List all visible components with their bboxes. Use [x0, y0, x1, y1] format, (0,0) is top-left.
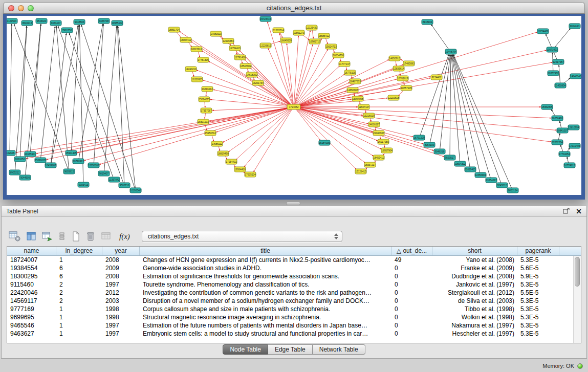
graph-node[interactable]: 9905413	[78, 182, 89, 187]
float-panel-icon[interactable]	[563, 207, 570, 216]
graph-node[interactable]: 17254402	[226, 159, 237, 164]
graph-node[interactable]: 12835614	[393, 66, 404, 71]
graph-edge[interactable]	[294, 31, 310, 105]
graph-edge[interactable]	[210, 100, 291, 107]
graph-edge[interactable]	[296, 107, 424, 144]
table-row[interactable]: 2242004622012Investigating the contribut…	[7, 289, 581, 297]
graph-node[interactable]: 17586112	[211, 141, 223, 146]
graph-node[interactable]: 17635104	[245, 172, 256, 177]
graph-node[interactable]: 9590517	[444, 155, 455, 160]
graph-node[interactable]: 18459412	[373, 155, 384, 160]
graph-node[interactable]: 7901758	[61, 28, 73, 33]
graph-edge[interactable]	[295, 58, 334, 105]
tab-network-table[interactable]: Network Table	[313, 344, 365, 355]
zoom-window-button[interactable]	[28, 5, 34, 11]
graph-node[interactable]: 14240210	[185, 67, 197, 72]
graph-node[interactable]: 12356904	[475, 172, 486, 178]
graph-edge[interactable]	[295, 49, 328, 105]
function-builder-icon[interactable]: f(x)	[119, 232, 130, 241]
column-chooser-icon[interactable]	[26, 229, 37, 244]
graph-edge[interactable]	[268, 48, 293, 105]
graph-edge[interactable]	[296, 78, 430, 106]
graph-node[interactable]: 12754413	[229, 46, 241, 51]
graph-node[interactable]: 18957904	[381, 148, 393, 153]
graph-edge[interactable]	[244, 108, 292, 167]
graph-edge[interactable]	[296, 79, 397, 106]
graph-node[interactable]: 10790913	[73, 159, 84, 164]
graph-edge[interactable]	[205, 113, 206, 119]
graph-edge[interactable]	[41, 26, 55, 158]
graph-node[interactable]: 15128415	[355, 169, 366, 174]
graph-node[interactable]: 16649509	[280, 38, 292, 43]
network-canvas[interactable]: 1724052166162121582437517357067183012931…	[7, 16, 581, 195]
graph-edge[interactable]	[431, 25, 449, 50]
graph-node[interactable]: 9245012	[496, 183, 508, 188]
graph-node[interactable]: 11283514	[273, 28, 284, 33]
graph-node[interactable]: 9019407	[98, 171, 110, 176]
graph-node[interactable]: 20165901	[25, 151, 36, 157]
graph-edge[interactable]	[263, 84, 292, 105]
graph-node[interactable]: 15184035	[319, 140, 330, 145]
graph-node[interactable]: 16320915	[191, 77, 203, 82]
graph-node[interactable]: 9048506	[74, 19, 85, 25]
graph-node[interactable]: 11357042	[108, 177, 120, 182]
graph-node[interactable]: 8954109	[424, 142, 435, 147]
graph-node[interactable]: 16007412	[180, 37, 191, 42]
graph-node[interactable]: 17081523	[210, 31, 222, 36]
graph-node[interactable]: 17485083	[403, 61, 415, 66]
graph-node[interactable]: 16256416	[552, 116, 563, 121]
column-header[interactable]: year	[102, 247, 140, 255]
import-table-icon[interactable]	[41, 229, 53, 244]
tab-edge-table[interactable]: Edge Table	[268, 344, 313, 355]
graph-node[interactable]: 12058102	[88, 163, 99, 168]
graph-node[interactable]: 1724052	[287, 104, 300, 110]
graph-node[interactable]: 12206584	[223, 38, 234, 43]
graph-node[interactable]: 8905212	[9, 170, 20, 175]
graph-edge[interactable]	[236, 108, 292, 160]
graph-edge[interactable]	[450, 55, 451, 156]
graph-edge[interactable]	[279, 33, 293, 105]
graph-node[interactable]: 12791418	[234, 55, 246, 60]
network-table-select[interactable]: citations_edges.txt	[142, 231, 342, 242]
graph-edge[interactable]	[558, 134, 560, 141]
graph-node[interactable]: 11450854	[555, 83, 566, 88]
graph-edge[interactable]	[567, 157, 569, 163]
graph-edge[interactable]	[202, 51, 291, 106]
graph-edge[interactable]	[15, 26, 27, 170]
graph-edge[interactable]	[14, 24, 68, 170]
graph-node[interactable]: 9546320	[36, 18, 47, 24]
graph-node[interactable]: 13201734	[252, 80, 264, 85]
graph-edge[interactable]	[30, 24, 41, 152]
column-header[interactable]: short	[432, 247, 517, 255]
graph-edge[interactable]	[20, 26, 27, 157]
graph-edge[interactable]	[239, 50, 292, 105]
graph-edge[interactable]	[104, 26, 117, 171]
column-header[interactable]: name	[7, 247, 56, 255]
graph-node[interactable]: 17751305	[198, 57, 209, 62]
graph-node[interactable]: 16774812	[564, 163, 575, 168]
graph-node[interactable]: 8138104	[422, 19, 433, 25]
graph-node[interactable]: 12217987	[553, 59, 564, 64]
graph-edge[interactable]	[296, 82, 350, 106]
graph-edge[interactable]	[312, 30, 313, 38]
graph-edge[interactable]	[118, 26, 124, 183]
graph-node[interactable]: 18487503	[350, 79, 361, 84]
graph-node[interactable]: 15624713	[325, 44, 337, 49]
tab-node-table[interactable]: Node Table	[223, 344, 268, 355]
graph-edge[interactable]	[296, 62, 552, 106]
graph-node[interactable]: 9024613	[569, 24, 580, 29]
graph-node[interactable]: 10841037	[557, 128, 568, 133]
graph-node[interactable]: 15585412	[318, 33, 330, 38]
graph-edge[interactable]	[295, 39, 321, 105]
graph-edge[interactable]	[10, 24, 12, 151]
graph-node[interactable]: 19448794	[445, 49, 456, 54]
column-header[interactable]: pagerank	[517, 247, 559, 255]
graph-node[interactable]: 12125439	[306, 25, 317, 30]
graph-node[interactable]: 15952805	[541, 104, 553, 110]
graph-node[interactable]: 10585102	[112, 20, 123, 26]
graph-node[interactable]: 16983712	[309, 39, 320, 44]
column-header[interactable]: in_degree	[56, 247, 102, 255]
close-panel-icon[interactable]: ✕	[576, 208, 582, 215]
graph-node[interactable]: 11777147	[339, 61, 350, 67]
graph-node[interactable]: 9605815	[63, 169, 75, 174]
